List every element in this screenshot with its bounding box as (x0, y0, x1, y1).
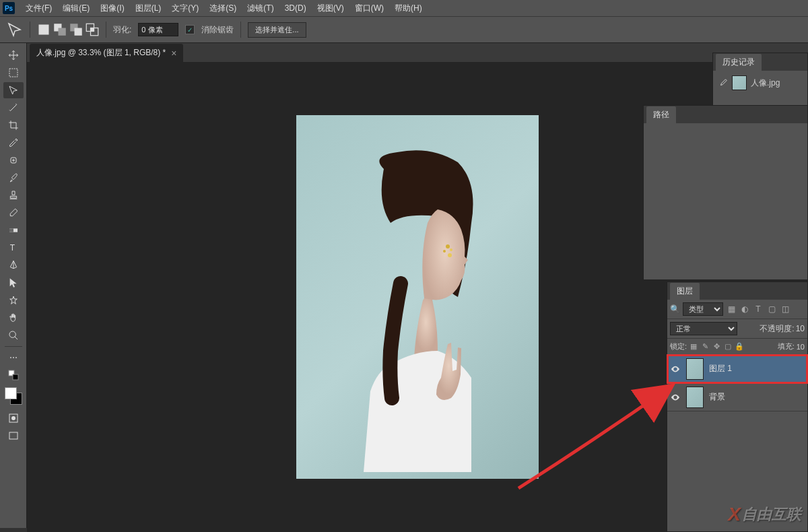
svg-rect-4 (75, 28, 82, 36)
menu-help[interactable]: 帮助(H) (389, 1, 428, 16)
blend-mode-select[interactable]: 正常 (670, 322, 737, 335)
divider (106, 22, 106, 38)
shape-tool-icon[interactable] (3, 292, 24, 308)
watermark-icon: X (728, 504, 741, 525)
filter-smart-icon[interactable]: ◫ (780, 304, 790, 314)
magic-wand-tool-icon[interactable] (3, 100, 24, 116)
gradient-tool-icon[interactable] (3, 222, 24, 238)
svg-point-22 (448, 253, 452, 257)
svg-rect-2 (59, 28, 66, 36)
menu-edit[interactable]: 编辑(E) (57, 1, 95, 16)
lock-all-icon[interactable]: 🔒 (735, 342, 744, 352)
feather-input[interactable] (138, 23, 178, 36)
menu-file[interactable]: 文件(F) (20, 1, 57, 16)
svg-point-13 (9, 331, 15, 337)
antialias-checkbox[interactable]: ✓ (185, 25, 195, 34)
menu-3d[interactable]: 3D(D) (279, 1, 312, 15)
healing-tool-icon[interactable] (3, 152, 24, 168)
menu-filter[interactable]: 滤镜(T) (242, 1, 279, 16)
opacity-label: 不透明度: (760, 323, 794, 335)
pen-tool-icon[interactable] (3, 257, 24, 273)
layers-tab[interactable]: 图层 (670, 283, 700, 300)
layer-thumbnail (686, 358, 704, 380)
eraser-tool-icon[interactable] (3, 205, 24, 221)
lock-pixels-icon[interactable]: ✎ (700, 342, 710, 352)
layer-name[interactable]: 背景 (709, 391, 725, 403)
layer-item[interactable]: 图层 1 (667, 355, 807, 383)
move-tool-icon[interactable] (3, 47, 24, 63)
divider (30, 22, 30, 38)
history-tab[interactable]: 历史记录 (716, 54, 762, 71)
tools-panel: T ⋯ (0, 43, 27, 528)
crop-tool-icon[interactable] (3, 117, 24, 133)
filter-type-icon[interactable]: T (753, 304, 764, 314)
layer-item[interactable]: 背景 (667, 383, 807, 411)
visibility-icon[interactable] (670, 364, 681, 374)
filter-adjust-icon[interactable]: ◐ (739, 304, 750, 314)
visibility-icon[interactable] (670, 392, 681, 403)
lasso-tool-icon[interactable] (3, 82, 24, 98)
divider (5, 346, 22, 347)
selection-intersect-icon[interactable] (86, 23, 99, 36)
app-logo: Ps (3, 2, 15, 14)
selection-subtract-icon[interactable] (69, 23, 83, 36)
selection-new-icon[interactable] (37, 23, 50, 36)
menu-select[interactable]: 选择(S) (204, 1, 242, 16)
zoom-tool-icon[interactable] (3, 327, 24, 343)
paths-panel: 路径 (643, 105, 808, 280)
history-item[interactable]: 人像.jpg (716, 73, 805, 92)
svg-point-19 (446, 244, 450, 248)
svg-rect-18 (9, 432, 18, 439)
lock-transparent-icon[interactable]: ▦ (689, 342, 698, 352)
panel-tab-bar: 路径 (644, 106, 807, 123)
edit-toolbar-icon[interactable]: ⋯ (3, 350, 24, 366)
svg-point-17 (11, 416, 15, 420)
menu-image[interactable]: 图像(I) (95, 1, 129, 16)
selection-add-icon[interactable] (53, 23, 67, 36)
menu-layer[interactable]: 图层(L) (130, 1, 167, 16)
eyedropper-tool-icon[interactable] (3, 135, 24, 151)
panel-tab-bar: 历史记录 (713, 53, 807, 71)
paths-tab[interactable]: 路径 (646, 106, 676, 123)
color-swatch[interactable] (5, 387, 22, 405)
menu-window[interactable]: 窗口(W) (349, 1, 389, 16)
layer-name[interactable]: 图层 1 (709, 363, 732, 374)
layer-thumbnail (686, 387, 704, 408)
type-tool-icon[interactable]: T (3, 240, 24, 256)
menu-type[interactable]: 文字(Y) (166, 1, 204, 16)
opacity-value[interactable]: 10 (796, 324, 805, 333)
svg-rect-7 (91, 28, 94, 32)
layer-kind-select[interactable]: 类型 (683, 302, 723, 316)
close-icon[interactable]: × (171, 48, 176, 59)
portrait-content (337, 149, 498, 472)
quick-mask-icon[interactable] (3, 410, 24, 426)
fill-value[interactable]: 10 (797, 343, 805, 351)
history-thumbnail (732, 75, 747, 90)
current-tool-icon[interactable] (7, 22, 23, 38)
stamp-tool-icon[interactable] (3, 187, 24, 203)
foreground-color[interactable] (5, 387, 17, 399)
layers-filter-bar: 🔍 类型 ▦ ◐ T ▢ ◫ (667, 300, 807, 319)
screen-mode-icon[interactable] (3, 428, 24, 444)
document-tab[interactable]: 人像.jpg @ 33.3% (图层 1, RGB/8) * × (30, 44, 183, 62)
filter-shape-icon[interactable]: ▢ (766, 304, 777, 314)
divider (240, 22, 241, 38)
marquee-tool-icon[interactable] (3, 65, 24, 81)
color-toggle-icon[interactable] (3, 367, 24, 383)
lock-position-icon[interactable]: ✥ (712, 342, 721, 352)
history-item-label: 人像.jpg (751, 77, 780, 89)
lock-label: 锁定: (670, 341, 687, 352)
path-selection-tool-icon[interactable] (3, 275, 24, 291)
select-and-mask-button[interactable]: 选择并遮住... (248, 22, 306, 38)
options-bar: 羽化: ✓ 消除锯齿 选择并遮住... (0, 16, 808, 43)
watermark: X 自由互联 (728, 504, 801, 525)
brush-tool-icon[interactable] (3, 170, 24, 186)
svg-rect-0 (39, 25, 49, 35)
lock-artboard-icon[interactable]: ▢ (723, 342, 733, 352)
filter-pixel-icon[interactable]: ▦ (726, 304, 737, 314)
menu-view[interactable]: 视图(V) (312, 1, 349, 16)
svg-point-21 (443, 250, 446, 253)
hand-tool-icon[interactable] (3, 310, 24, 326)
antialias-label: 消除锯齿 (201, 24, 234, 36)
canvas-image (296, 115, 539, 479)
